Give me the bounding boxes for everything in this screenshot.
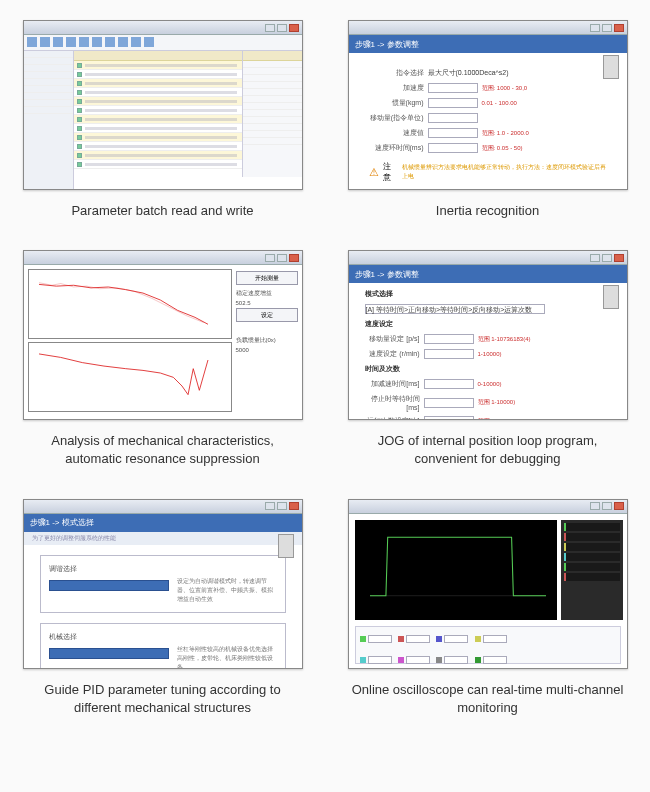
run-count-input[interactable]	[424, 416, 474, 420]
side-value: 502.5	[236, 300, 298, 306]
field-hint: 范围: 1.0 - 2000.0	[482, 129, 529, 138]
maximize-icon[interactable]	[602, 502, 612, 510]
field-label: 速度环时间(ms)	[369, 143, 424, 153]
speed-input[interactable]	[428, 128, 478, 138]
ch-select[interactable]	[406, 635, 430, 643]
ch-select[interactable]	[368, 656, 392, 664]
window-chrome	[24, 251, 302, 265]
minimize-icon[interactable]	[590, 24, 600, 32]
channel-row[interactable]	[564, 543, 620, 551]
maximize-icon[interactable]	[277, 502, 287, 510]
tuning-box: 调谐选择 设定为自动调谐模式时，转速调节器、位置前置补偿、中频共振、模拟增益自动…	[40, 555, 286, 613]
close-icon[interactable]	[289, 502, 299, 510]
move-input[interactable]	[428, 113, 478, 123]
minimize-icon[interactable]	[590, 254, 600, 262]
wizard-header: 步骤1 -> 模式选择	[24, 514, 302, 532]
maximize-icon[interactable]	[602, 24, 612, 32]
inertia-form: 指令选择最大尺寸(0.1000Deca^s2) 加速度范围: 1000 - 30…	[349, 53, 627, 190]
minimize-icon[interactable]	[265, 502, 275, 510]
channel-row[interactable]	[564, 563, 620, 571]
side-list[interactable]	[242, 51, 302, 177]
channel-row[interactable]	[564, 573, 620, 581]
tool-icon[interactable]	[66, 37, 76, 47]
tool-icon[interactable]	[40, 37, 50, 47]
tool-icon[interactable]	[131, 37, 141, 47]
wait-time-input[interactable]	[424, 398, 474, 408]
field-label: 运行次数设定[次]	[365, 416, 420, 420]
maximize-icon[interactable]	[277, 24, 287, 32]
close-icon[interactable]	[614, 502, 624, 510]
ch-select[interactable]	[483, 656, 507, 664]
charts	[28, 269, 232, 415]
move-amount-input[interactable]	[424, 334, 474, 344]
tool-icon[interactable]	[144, 37, 154, 47]
mode-select[interactable]: [A] 等待时间>正向移动>等待时间>反向移动>运算次数	[365, 304, 545, 314]
close-icon[interactable]	[289, 254, 299, 262]
time-input[interactable]	[428, 143, 478, 153]
device-icon	[603, 55, 619, 79]
ch-color-icon[interactable]	[360, 657, 366, 663]
note-text: 机械惯量辨识方法要求电机能够正常转动，执行方法：速度闭环模式验证后再上电	[402, 163, 607, 181]
close-icon[interactable]	[614, 24, 624, 32]
ch-select[interactable]	[444, 656, 468, 664]
channel-row[interactable]	[564, 553, 620, 561]
mechanical-select[interactable]	[49, 648, 169, 659]
box-desc: 丝杠等刚性较高的机械设备优先选择高刚性，皮带轮、机床类刚性较低设备	[177, 645, 277, 669]
start-measure-button[interactable]: 开始测量	[236, 271, 298, 285]
field-label: 停止时等待时间[ms]	[365, 394, 420, 411]
tool-icon[interactable]	[79, 37, 89, 47]
channel-panel	[561, 520, 623, 620]
accel-input[interactable]	[428, 83, 478, 93]
ch-select[interactable]	[368, 635, 392, 643]
cell-mechanical: 开始测量 稳定速度增益 502.5 设定 负载惯量比(0x) 5000 Anal…	[15, 250, 310, 468]
close-icon[interactable]	[614, 254, 624, 262]
minimize-icon[interactable]	[265, 254, 275, 262]
minimize-icon[interactable]	[265, 24, 275, 32]
tree-panel[interactable]	[24, 51, 74, 189]
ch-select[interactable]	[406, 656, 430, 664]
thumb-param-batch	[23, 20, 303, 190]
warning-icon: ⚠	[369, 166, 379, 179]
tool-icon[interactable]	[105, 37, 115, 47]
thumb-inertia: 步骤1 -> 参数调整 指令选择最大尺寸(0.1000Deca^s2) 加速度范…	[348, 20, 628, 190]
ch-color-icon[interactable]	[475, 636, 481, 642]
channel-row[interactable]	[564, 533, 620, 541]
ch-color-icon[interactable]	[436, 636, 442, 642]
set-button[interactable]: 设定	[236, 308, 298, 322]
tool-icon[interactable]	[92, 37, 102, 47]
ch-color-icon[interactable]	[436, 657, 442, 663]
minimize-icon[interactable]	[590, 502, 600, 510]
inertia-input[interactable]	[428, 98, 478, 108]
param-table[interactable]	[74, 51, 242, 177]
tool-icon[interactable]	[53, 37, 63, 47]
field-label: 加减速时间[ms]	[365, 379, 420, 389]
note-title: 注意	[383, 161, 398, 183]
ch-color-icon[interactable]	[360, 636, 366, 642]
window-chrome	[24, 21, 302, 35]
tool-icon[interactable]	[118, 37, 128, 47]
ch-select[interactable]	[444, 635, 468, 643]
wizard-header: 步骤1 -> 参数调整	[349, 265, 627, 283]
cell-jog: 步骤1 -> 参数调整 模式选择 [A] 等待时间>正向移动>等待时间>反向移动…	[340, 250, 635, 468]
ch-color-icon[interactable]	[398, 636, 404, 642]
close-icon[interactable]	[289, 24, 299, 32]
section-title: 时间及次数	[365, 364, 611, 374]
tuning-select[interactable]	[49, 580, 169, 591]
ch-color-icon[interactable]	[475, 657, 481, 663]
phase-chart	[28, 342, 232, 412]
box-desc: 设定为自动调谐模式时，转速调节器、位置前置补偿、中频共振、模拟增益自动生效	[177, 577, 277, 604]
ch-select[interactable]	[483, 635, 507, 643]
channel-row[interactable]	[564, 523, 620, 531]
caption: Online oscilloscope can real-time multi-…	[348, 681, 628, 717]
ch-color-icon[interactable]	[398, 657, 404, 663]
cell-inertia: 步骤1 -> 参数调整 指令选择最大尺寸(0.1000Deca^s2) 加速度范…	[340, 20, 635, 220]
cell-scope: 开始 Online oscillos	[340, 499, 635, 717]
tool-icon[interactable]	[27, 37, 37, 47]
speed-set-input[interactable]	[424, 349, 474, 359]
wizard-header: 步骤1 -> 参数调整	[349, 35, 627, 53]
accel-time-input[interactable]	[424, 379, 474, 389]
maximize-icon[interactable]	[602, 254, 612, 262]
caption: Parameter batch read and write	[71, 202, 253, 220]
window-chrome	[349, 500, 627, 514]
maximize-icon[interactable]	[277, 254, 287, 262]
